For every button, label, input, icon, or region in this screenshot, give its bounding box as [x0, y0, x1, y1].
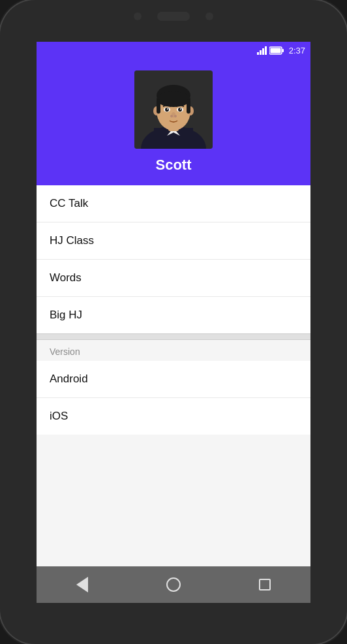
svg-rect-2: [270, 48, 280, 54]
menu-section: CC Talk HJ Class Words Big HJ Version An…: [37, 185, 310, 566]
sensor: [205, 12, 213, 20]
menu-item-android[interactable]: Android: [37, 361, 310, 398]
svg-point-17: [167, 108, 168, 110]
home-button[interactable]: [160, 572, 187, 598]
svg-point-10: [157, 91, 190, 107]
menu-item-words[interactable]: Words: [37, 260, 310, 297]
svg-point-20: [170, 115, 173, 117]
signal-bar-4: [265, 46, 267, 55]
menu-item-cc-talk[interactable]: CC Talk: [37, 185, 310, 222]
back-button[interactable]: [69, 572, 95, 598]
back-icon: [76, 577, 88, 592]
menu-group-version: Android iOS: [37, 361, 310, 435]
recents-button[interactable]: [252, 572, 278, 598]
menu-divider: [37, 333, 310, 340]
svg-rect-1: [282, 49, 284, 52]
menu-item-ios[interactable]: iOS: [37, 398, 310, 435]
menu-item-hj-class[interactable]: HJ Class: [37, 222, 310, 260]
speaker: [157, 12, 190, 21]
version-section-label: Version: [37, 340, 310, 361]
phone-shell: 2:37: [0, 0, 347, 644]
phone-top-hardware: [134, 12, 213, 21]
svg-point-16: [178, 108, 182, 112]
menu-group-main: CC Talk HJ Class Words Big HJ: [37, 185, 310, 333]
profile-name: Scott: [156, 157, 192, 174]
svg-rect-23: [187, 99, 190, 114]
phone-screen: 2:37: [37, 42, 310, 603]
signal-bar-2: [260, 50, 262, 55]
navigation-bar: [37, 566, 310, 603]
battery-indicator: [269, 46, 284, 55]
svg-rect-22: [157, 99, 160, 114]
svg-point-21: [174, 115, 177, 117]
recents-icon: [259, 579, 271, 590]
menu-item-big-hj[interactable]: Big HJ: [37, 297, 310, 333]
signal-bar-3: [262, 48, 264, 55]
signal-bar-1: [257, 52, 259, 55]
home-icon: [166, 577, 181, 592]
signal-strength: [257, 46, 267, 55]
svg-point-18: [180, 108, 181, 110]
profile-header: Scott: [37, 60, 310, 185]
status-bar: 2:37: [37, 42, 310, 60]
front-camera: [134, 12, 142, 20]
avatar: [134, 70, 213, 149]
svg-point-15: [165, 108, 169, 112]
status-time: 2:37: [289, 46, 305, 55]
